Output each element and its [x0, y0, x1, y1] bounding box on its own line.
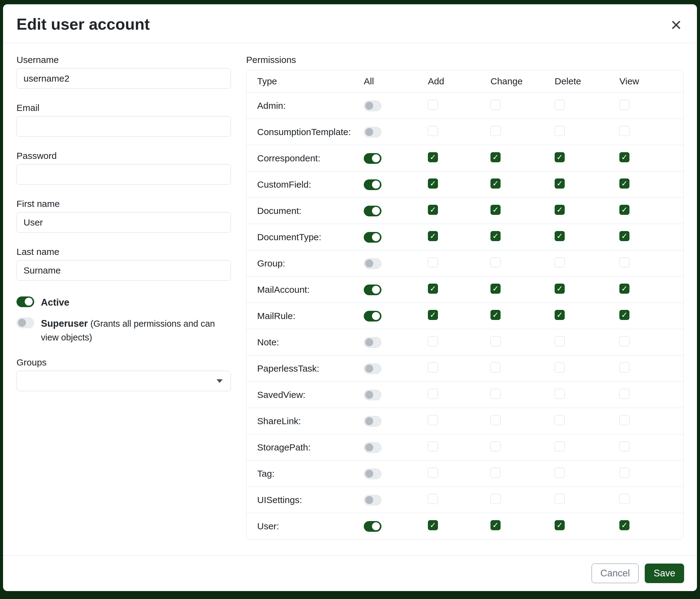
permission-all-toggle[interactable]: [364, 390, 381, 400]
permission-view-checkbox[interactable]: [619, 389, 629, 399]
permission-all-toggle[interactable]: [364, 311, 381, 321]
permission-view-checkbox[interactable]: [619, 178, 629, 189]
permission-all-toggle[interactable]: [364, 100, 381, 111]
permission-all-toggle[interactable]: [364, 521, 381, 532]
permission-all-toggle[interactable]: [364, 127, 381, 138]
permission-add-checkbox[interactable]: [428, 231, 438, 241]
permission-change-checkbox[interactable]: [491, 336, 501, 346]
permission-view-checkbox[interactable]: [619, 520, 629, 530]
email-input[interactable]: [17, 116, 231, 137]
permission-change-checkbox[interactable]: [491, 126, 501, 136]
permission-add-checkbox[interactable]: [428, 126, 438, 136]
permission-change-checkbox[interactable]: [491, 494, 501, 504]
permission-change-checkbox[interactable]: [491, 415, 501, 425]
permission-view-checkbox[interactable]: [619, 441, 629, 451]
permission-all-toggle[interactable]: [364, 206, 381, 216]
permission-view-checkbox[interactable]: [619, 468, 629, 478]
permission-change-checkbox[interactable]: [491, 231, 501, 241]
permission-all-toggle[interactable]: [364, 337, 381, 348]
permission-all-toggle[interactable]: [364, 469, 381, 479]
permission-add-checkbox[interactable]: [428, 494, 438, 504]
permission-delete-checkbox[interactable]: [555, 494, 565, 504]
permission-view-checkbox[interactable]: [619, 494, 629, 504]
permission-delete-checkbox[interactable]: [555, 231, 565, 241]
permission-change-checkbox[interactable]: [491, 178, 501, 189]
permission-change-checkbox[interactable]: [491, 100, 501, 110]
permission-add-checkbox[interactable]: [428, 178, 438, 189]
permission-view-checkbox[interactable]: [619, 284, 629, 294]
permission-add-checkbox[interactable]: [428, 100, 438, 110]
permission-delete-checkbox[interactable]: [555, 178, 565, 189]
permission-change-checkbox[interactable]: [491, 152, 501, 162]
permission-add-checkbox[interactable]: [428, 152, 438, 162]
permission-add-checkbox[interactable]: [428, 284, 438, 294]
permission-delete-checkbox[interactable]: [555, 257, 565, 267]
permission-change-checkbox[interactable]: [491, 468, 501, 478]
permission-change-checkbox[interactable]: [491, 310, 501, 320]
permission-delete-checkbox[interactable]: [555, 389, 565, 399]
permission-view-checkbox[interactable]: [619, 257, 629, 267]
permission-all-toggle[interactable]: [364, 258, 381, 269]
permission-add-checkbox[interactable]: [428, 336, 438, 346]
permission-change-checkbox[interactable]: [491, 389, 501, 399]
permission-view-checkbox[interactable]: [619, 415, 629, 425]
permission-delete-checkbox[interactable]: [555, 441, 565, 451]
permission-delete-checkbox[interactable]: [555, 152, 565, 162]
permission-all-toggle[interactable]: [364, 179, 381, 190]
permission-change-checkbox[interactable]: [491, 257, 501, 267]
first-name-label: First name: [17, 199, 231, 209]
permission-all-toggle[interactable]: [364, 416, 381, 427]
permission-add-checkbox[interactable]: [428, 468, 438, 478]
permission-change-checkbox[interactable]: [491, 205, 501, 215]
toggle-knob: [365, 470, 373, 478]
permission-change-checkbox[interactable]: [491, 362, 501, 373]
close-icon[interactable]: ×: [669, 15, 683, 34]
permission-delete-checkbox[interactable]: [555, 520, 565, 530]
permission-change-checkbox[interactable]: [491, 284, 501, 294]
permission-add-checkbox[interactable]: [428, 415, 438, 425]
permission-change-checkbox[interactable]: [491, 520, 501, 530]
permission-add-checkbox[interactable]: [428, 441, 438, 451]
permission-all-toggle[interactable]: [364, 232, 381, 243]
permission-view-checkbox[interactable]: [619, 336, 629, 346]
permission-add-checkbox[interactable]: [428, 310, 438, 320]
permission-all-toggle[interactable]: [364, 442, 381, 453]
permission-all-toggle[interactable]: [364, 363, 381, 374]
permission-add-checkbox[interactable]: [428, 520, 438, 530]
permission-add-checkbox[interactable]: [428, 257, 438, 267]
permission-add-checkbox[interactable]: [428, 389, 438, 399]
permission-delete-checkbox[interactable]: [555, 362, 565, 373]
groups-select[interactable]: [17, 371, 231, 391]
permission-delete-checkbox[interactable]: [555, 284, 565, 294]
permission-add-checkbox[interactable]: [428, 362, 438, 373]
save-button[interactable]: Save: [645, 564, 684, 583]
permission-view-checkbox[interactable]: [619, 100, 629, 110]
password-input[interactable]: [17, 164, 231, 185]
active-toggle[interactable]: [17, 296, 34, 307]
permission-view-checkbox[interactable]: [619, 152, 629, 162]
cancel-button[interactable]: Cancel: [592, 564, 639, 583]
permission-all-toggle[interactable]: [364, 495, 381, 505]
username-input[interactable]: [17, 68, 231, 89]
permission-view-checkbox[interactable]: [619, 205, 629, 215]
permission-delete-checkbox[interactable]: [555, 415, 565, 425]
permission-view-checkbox[interactable]: [619, 362, 629, 373]
permission-view-checkbox[interactable]: [619, 231, 629, 241]
permission-delete-checkbox[interactable]: [555, 205, 565, 215]
permission-delete-checkbox[interactable]: [555, 336, 565, 346]
last-name-input[interactable]: [17, 260, 231, 281]
permission-all-toggle[interactable]: [364, 285, 381, 295]
permission-change-checkbox[interactable]: [491, 441, 501, 451]
permission-view-checkbox[interactable]: [619, 126, 629, 136]
first-name-input[interactable]: [17, 212, 231, 233]
superuser-toggle[interactable]: [17, 317, 34, 328]
permission-all-toggle[interactable]: [364, 153, 381, 164]
permission-delete-checkbox[interactable]: [555, 100, 565, 110]
permission-view-checkbox[interactable]: [619, 310, 629, 320]
permission-add-checkbox[interactable]: [428, 205, 438, 215]
permission-delete-checkbox[interactable]: [555, 126, 565, 136]
permission-delete-checkbox[interactable]: [555, 310, 565, 320]
permission-type-label: Note:: [257, 337, 364, 348]
permission-delete-checkbox[interactable]: [555, 468, 565, 478]
permission-type-label: MailRule:: [257, 311, 364, 321]
